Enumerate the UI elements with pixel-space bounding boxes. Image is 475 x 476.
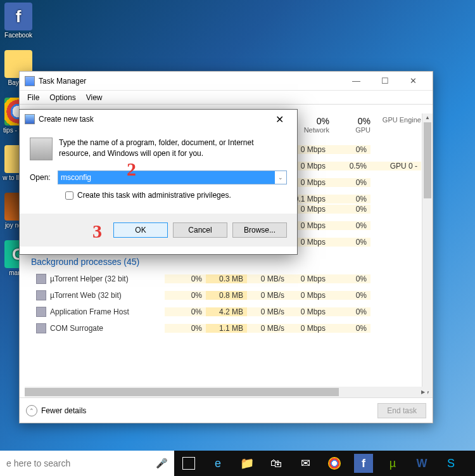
desktop-icon[interactable]: fFacebook (3, 3, 34, 39)
run-titlebar[interactable]: Create new task ✕ (20, 110, 297, 129)
microphone-icon[interactable]: 🎤 (156, 458, 168, 469)
column-header[interactable]: GPU Engine (370, 116, 421, 134)
menu-view[interactable]: View (81, 92, 108, 103)
process-icon (36, 274, 46, 284)
run-prompt-icon (30, 138, 53, 160)
mail-icon[interactable]: ✉ (291, 451, 320, 476)
task-manager-icon (25, 76, 35, 86)
search-placeholder: e here to search (6, 458, 70, 468)
ok-button[interactable]: OK (113, 222, 168, 238)
process-icon (36, 307, 46, 317)
chevron-down-icon[interactable]: ⌄ (275, 171, 286, 184)
chevron-up-icon: ⌃ (26, 405, 37, 416)
browse-button[interactable]: Browse... (232, 222, 287, 238)
table-row[interactable]: COM Surrogate 0% 1.1 MB 0 MB/s 0 Mbps 0% (25, 320, 421, 337)
chrome-taskbar-icon[interactable] (320, 451, 349, 476)
edge-icon[interactable]: e (203, 451, 232, 476)
table-row[interactable]: µTorrent Web (32 bit) 0% 0.8 MB 0 MB/s 0… (25, 287, 421, 304)
menu-file[interactable]: File (22, 92, 44, 103)
tm-title: Task Manager (39, 77, 342, 86)
vertical-scrollbar[interactable]: ▲ ▼ (422, 113, 433, 397)
fewer-details-label: Fewer details (41, 406, 86, 415)
tm-menubar: File Options View (20, 91, 433, 105)
fb-icon: f (4, 3, 32, 30)
run-close-button[interactable]: ✕ (267, 110, 292, 128)
close-button[interactable]: ✕ (399, 72, 428, 90)
maximize-button[interactable]: ☐ (370, 72, 399, 90)
run-description: Type the name of a program, folder, docu… (59, 138, 287, 160)
h-scrollbar-thumb[interactable] (25, 388, 339, 396)
create-new-task-dialog: Create new task ✕ Type the name of a pro… (19, 109, 298, 255)
fewer-details-toggle[interactable]: ⌃ Fewer details (26, 405, 86, 416)
end-task-button[interactable]: End task (377, 403, 426, 418)
admin-checkbox[interactable] (65, 191, 73, 200)
facebook-taskbar-icon[interactable]: f (354, 454, 373, 473)
tm-titlebar[interactable]: Task Manager — ☐ ✕ (20, 72, 433, 91)
menu-options[interactable]: Options (44, 92, 80, 103)
open-label: Open: (30, 173, 58, 182)
tm-footer: ⌃ Fewer details End task (20, 397, 433, 423)
taskbar: e here to search 🎤 e 📁 🛍 ✉ f µ W S (0, 451, 475, 476)
table-row[interactable]: µTorrent Helper (32 bit) 0% 0.3 MB 0 MB/… (25, 271, 421, 287)
store-icon[interactable]: 🛍 (262, 451, 291, 476)
taskbar-search[interactable]: e here to search 🎤 (0, 451, 174, 476)
process-icon (36, 323, 46, 333)
word-icon[interactable]: W (407, 451, 436, 476)
utorrent-taskbar-icon[interactable]: µ (378, 451, 407, 476)
file-explorer-icon[interactable]: 📁 (232, 451, 262, 476)
table-row[interactable]: Application Frame Host 0% 4.2 MB 0 MB/s … (25, 304, 421, 320)
minimize-button[interactable]: — (342, 72, 370, 90)
admin-label: Create this task with administrative pri… (77, 191, 231, 200)
cancel-button[interactable]: Cancel (173, 222, 227, 238)
open-combobox[interactable]: ⌄ (58, 170, 287, 184)
scrollbar-thumb[interactable] (424, 122, 431, 198)
open-input[interactable] (58, 171, 275, 184)
horizontal-scrollbar[interactable]: ◀ ▶ (25, 387, 428, 397)
column-header[interactable]: 0%GPU (329, 116, 370, 134)
annotation-2: 2 (127, 158, 136, 180)
run-title-text: Create new task (39, 115, 267, 124)
run-icon (25, 114, 35, 124)
task-view-icon[interactable] (174, 451, 203, 476)
skype-icon[interactable]: S (436, 451, 466, 476)
annotation-3: 3 (92, 221, 102, 242)
process-icon (36, 290, 46, 300)
